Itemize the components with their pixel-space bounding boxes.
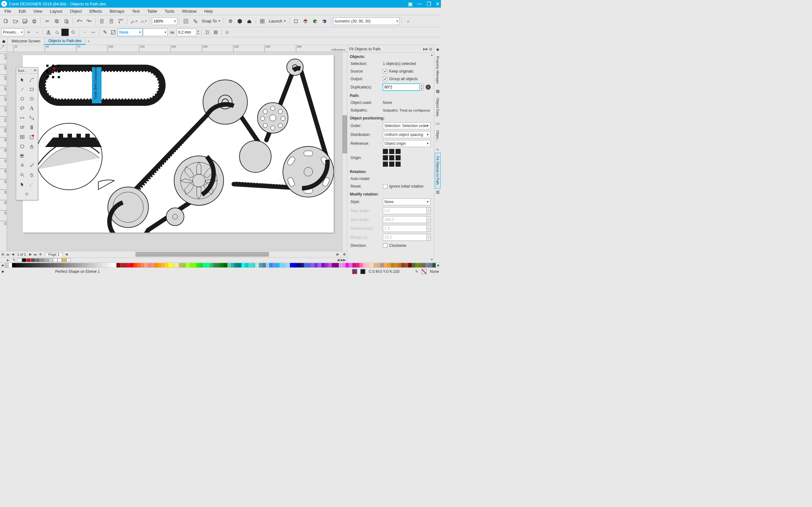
tab-add-button[interactable]: ＋ <box>86 38 92 45</box>
close-button[interactable]: ✕ <box>436 1 440 7</box>
page-first-icon[interactable]: ⏮ <box>5 252 10 257</box>
ellipse-tool-icon[interactable] <box>27 94 37 104</box>
dup-down-icon[interactable]: ▼ <box>420 88 423 91</box>
width-up-icon[interactable]: ▲ <box>197 30 200 32</box>
hscroll-right-icon[interactable]: ▶ <box>336 252 340 257</box>
docker-tab-object-data[interactable]: Object Data <box>435 95 441 120</box>
open-icon[interactable]: ▾ <box>11 17 20 26</box>
menu-help[interactable]: Help <box>200 9 217 14</box>
group-all-checkbox[interactable] <box>383 77 387 81</box>
canvas[interactable]: Tool... ✕ A <box>7 52 342 251</box>
palette-left-icon[interactable]: ◀ <box>0 264 5 267</box>
projected-face-icon[interactable] <box>292 17 300 26</box>
hscroll-left-icon[interactable]: ◀ <box>64 252 68 257</box>
doc-palette-left-icon[interactable]: ◀ <box>337 258 339 262</box>
home-icon[interactable] <box>245 17 254 26</box>
ruler-origin-icon[interactable] <box>0 45 7 52</box>
outline-width-input[interactable] <box>177 29 196 36</box>
status-outline-swatch[interactable] <box>421 269 426 274</box>
fit-to-path-icon[interactable]: ∿ <box>435 147 441 152</box>
propbar-add-icon[interactable]: ⊕ <box>223 29 231 36</box>
delete-tool-icon[interactable] <box>27 132 37 142</box>
preset-add-icon[interactable]: ＋ <box>25 29 32 36</box>
presets-combo[interactable]: Presets... ▼ <box>1 29 24 36</box>
cut-icon[interactable]: ✂ <box>43 17 52 26</box>
import-icon[interactable] <box>97 17 106 26</box>
clockwise-checkbox[interactable] <box>383 243 387 248</box>
tab-document[interactable]: Objects to Path.des <box>44 38 86 45</box>
projected-tool-icon[interactable] <box>17 123 27 132</box>
pick-tool-icon[interactable] <box>17 75 27 84</box>
menu-window[interactable]: Window <box>178 9 200 14</box>
docker-more-icon[interactable]: ▥ <box>435 189 441 195</box>
dup-up-icon[interactable]: ▲ <box>420 84 423 88</box>
export-icon[interactable] <box>107 17 116 26</box>
menu-tools[interactable]: Tools <box>161 9 178 14</box>
docker-tab-property-manager[interactable]: Property Manager <box>435 53 441 88</box>
menu-bitmaps[interactable]: Bitmaps <box>106 9 128 14</box>
distribution-select[interactable]: Uniform object spacing▼ <box>383 131 431 138</box>
menu-object[interactable]: Object <box>66 9 86 14</box>
save-icon[interactable]: ▾ <box>20 17 29 26</box>
style-select[interactable]: None▼ <box>383 199 431 205</box>
fill-color-swatch[interactable] <box>61 29 69 36</box>
ignore-initial-checkbox[interactable] <box>383 184 387 188</box>
paste-icon[interactable] <box>62 17 71 26</box>
zoom-fit-icon[interactable]: ⊕ <box>341 252 347 257</box>
tab-home-icon[interactable] <box>0 38 8 45</box>
toolbar-overflow-icon[interactable]: » <box>404 17 413 26</box>
docker-collapse-icon[interactable]: ▶▶ <box>423 47 428 51</box>
app-launcher-icon[interactable] <box>258 17 267 26</box>
minimize-button[interactable]: — <box>417 1 422 7</box>
dimension-tool-icon[interactable] <box>17 113 27 123</box>
duplicates-info-icon[interactable]: i <box>426 84 431 90</box>
status-menu-icon[interactable]: ▶ <box>2 270 4 273</box>
line-tool-icon[interactable] <box>17 84 27 94</box>
wrap-text-icon[interactable] <box>204 29 211 36</box>
object-manager-icon[interactable]: ▭ <box>435 120 441 126</box>
envelope-tool-icon[interactable] <box>17 142 27 151</box>
width-down-icon[interactable]: ▼ <box>197 32 200 35</box>
duplicates-input[interactable] <box>383 83 420 91</box>
page-next-icon[interactable]: ▶ <box>28 252 33 257</box>
menu-view[interactable]: View <box>30 9 46 14</box>
hint-play-icon[interactable]: ▶ <box>7 259 11 262</box>
pen-outline-icon[interactable]: ✎ <box>101 29 109 36</box>
3d-tool-icon[interactable] <box>17 151 36 161</box>
outline-color-combo[interactable]: None ▼ <box>118 29 142 36</box>
line-thick-icon[interactable] <box>90 29 97 36</box>
ruler-vertical[interactable]: 1701601501401301201101009080706050403020… <box>0 52 7 251</box>
options-gear-icon[interactable]: ⚙ <box>226 17 235 26</box>
palette-no-color[interactable] <box>5 263 9 268</box>
hint-pen-icon[interactable]: ✎ <box>13 258 15 262</box>
object-properties-icon[interactable] <box>212 29 219 36</box>
docker-tab-object-manager[interactable]: Objec... <box>435 127 441 146</box>
fill-bucket-icon[interactable] <box>53 29 61 36</box>
menu-text[interactable]: Text <box>128 9 143 14</box>
tab-welcome[interactable]: Welcome Screen <box>8 38 44 45</box>
line-thin-icon[interactable] <box>81 29 89 36</box>
corel-welcome-icon[interactable]: ⬢ <box>235 17 244 26</box>
menu-file[interactable]: File <box>3 9 15 14</box>
rectangle-tool-icon[interactable] <box>27 84 37 94</box>
new-doc-icon[interactable]: + <box>1 17 10 26</box>
page-options-icon[interactable]: ⊞ <box>0 252 5 257</box>
zoom-value[interactable] <box>154 19 176 23</box>
smart-drawing-tool-icon[interactable] <box>27 180 37 189</box>
maximize-button[interactable]: ❐ <box>426 1 431 7</box>
eyedropper-tool-icon[interactable] <box>27 161 37 170</box>
pan-tool-icon[interactable] <box>27 170 37 180</box>
menu-table[interactable]: Table <box>143 9 161 14</box>
page-tab-1[interactable]: Page 1 <box>45 252 63 257</box>
preset-remove-icon[interactable]: － <box>33 29 41 36</box>
ruler-horizontal[interactable]: millimeters 104070100130160190220250280 <box>7 45 347 52</box>
origin-grid[interactable] <box>383 149 401 167</box>
undo-icon[interactable]: ↶▾ <box>75 17 84 26</box>
toolbox-close-icon[interactable]: ✕ <box>34 68 37 72</box>
toolbox-add-icon[interactable]: ⊕ <box>17 189 36 199</box>
keep-originals-checkbox[interactable] <box>383 69 387 73</box>
connector-tool-icon[interactable] <box>27 113 37 123</box>
transparency-tool-icon[interactable] <box>17 161 27 170</box>
page-last-icon[interactable]: ⏭ <box>33 252 38 257</box>
menu-effects[interactable]: Effects <box>86 9 106 14</box>
